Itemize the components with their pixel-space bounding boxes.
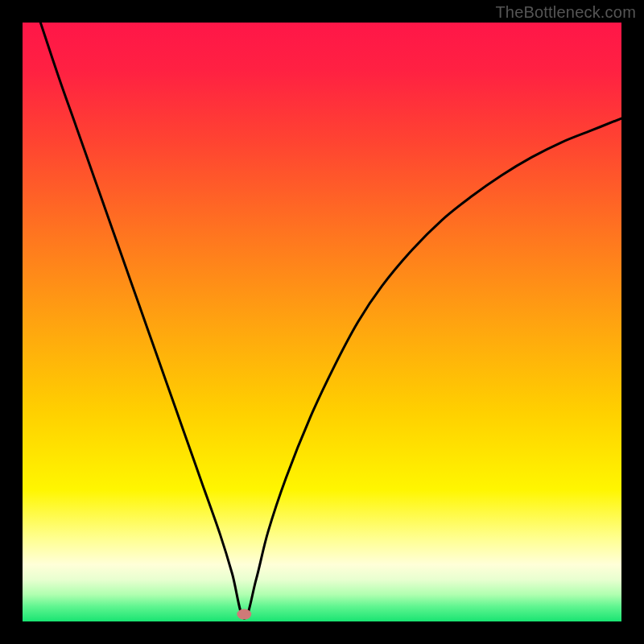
plot-area bbox=[23, 23, 621, 621]
gradient-background bbox=[23, 23, 621, 621]
chart-frame: TheBottleneck.com bbox=[0, 0, 644, 644]
chart-svg bbox=[23, 23, 621, 621]
optimal-point-marker bbox=[237, 609, 251, 620]
attribution-label: TheBottleneck.com bbox=[495, 3, 636, 22]
